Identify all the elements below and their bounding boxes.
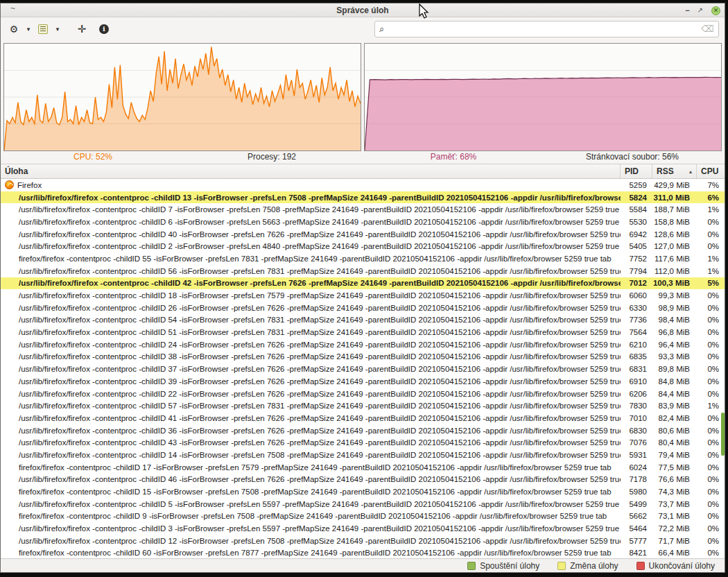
rss-cell: 429,9 MiB [652,181,697,189]
table-row[interactable]: /usr/lib/firefox/firefox -contentproc -c… [1,228,725,241]
cpu-cell: 1% [697,402,725,410]
rss-cell: 77,5 MiB [652,463,697,472]
legend-item: Spouštění úlohy [467,561,539,571]
table-row[interactable]: firefox/firefox -contentproc -childID 17… [1,461,725,474]
pid-cell: 5662 [621,512,652,520]
column-header-pid[interactable]: PID [621,164,652,178]
pid-cell: 6024 [621,463,652,472]
task-command-text: /usr/lib/firefox/firefox -contentproc -c… [19,205,621,214]
table-row[interactable]: /usr/lib/firefox/firefox -contentproc -c… [1,375,725,388]
search-box[interactable]: ⌕ ⌫ [374,21,719,37]
pid-cell: 7010 [621,414,652,422]
table-row[interactable]: firefox/firefox -contentproc -childID 55… [1,252,725,265]
table-row[interactable]: /usr/lib/firefox/firefox -contentproc -c… [1,424,725,437]
table-row[interactable]: /usr/lib/firefox/firefox -contentproc -c… [1,522,725,535]
table-row[interactable]: /usr/lib/firefox/firefox -contentproc -c… [1,412,725,424]
rss-header-label: RSS [657,166,674,176]
cpu-cell: 0% [697,512,725,520]
task-command-text: /usr/lib/firefox/firefox -contentproc -c… [19,390,621,398]
task-cell: /usr/lib/firefox/firefox -contentproc -c… [1,352,621,361]
info-icon: i [99,24,109,34]
table-row[interactable]: /usr/lib/firefox/firefox -contentproc -c… [1,338,725,351]
legend-label: Změna úlohy [570,561,618,571]
pid-cell: 5777 [621,537,652,545]
task-cell: firefox/firefox -contentproc -childID 55… [1,255,621,263]
window-menu-icon[interactable]: ~ [10,3,15,13]
table-row[interactable]: Firefox5259429,9 MiB7% [1,179,725,191]
table-row[interactable]: /usr/lib/firefox/firefox -contentproc -c… [1,240,725,252]
clear-search-icon[interactable]: ⌫ [702,24,714,34]
column-header-rss[interactable]: RSS ▴ [652,164,697,178]
task-cell: Firefox [1,180,621,189]
table-row[interactable]: firefox/firefox -contentproc -childID 60… [1,547,725,558]
table-row[interactable]: /usr/lib/firefox/firefox -contentproc -c… [1,363,725,375]
task-cell: /usr/lib/firefox/firefox -contentproc -c… [1,427,621,435]
task-cell: /usr/lib/firefox/firefox -contentproc -c… [1,537,621,545]
move-icon[interactable]: ✛ [74,21,89,37]
table-row[interactable]: /usr/lib/firefox/firefox -contentproc -c… [1,449,725,461]
cpu-cell: 0% [697,414,725,422]
gear-icon[interactable]: ⚙ [6,21,21,37]
task-cell: firefox/firefox -contentproc -childID 17… [1,463,621,472]
vertical-scrollbar[interactable] [721,180,725,558]
table-row[interactable]: /usr/lib/firefox/firefox -contentproc -c… [1,265,725,277]
table-row[interactable]: firefox/firefox -contentproc -childID 9 … [1,510,725,523]
task-cell: /usr/lib/firefox/firefox -contentproc -c… [1,304,621,312]
table-row[interactable]: /usr/lib/firefox/firefox -contentproc -c… [1,289,725,302]
task-command-text: /usr/lib/firefox/firefox -contentproc -c… [19,500,621,508]
table-row[interactable]: /usr/lib/firefox/firefox -contentproc -c… [1,351,725,363]
gear-dropdown-icon[interactable]: ▾ [23,21,34,37]
search-input[interactable] [388,24,697,34]
legend-swatch-icon [467,562,476,570]
rss-cell: 188,7 MiB [652,205,697,214]
process-table: Úloha PID RSS ▴ CPU Firefox5259429,9 MiB… [1,164,725,558]
cpu-cell: 0% [697,352,725,361]
table-row[interactable]: /usr/lib/firefox/firefox -contentproc -c… [1,498,725,510]
legend-label: Spouštění úlohy [480,561,539,571]
info-button[interactable]: i [96,21,112,37]
table-row[interactable]: /usr/lib/firefox/firefox -contentproc -c… [1,203,725,216]
table-row[interactable]: /usr/lib/firefox/firefox -contentproc -c… [1,216,725,228]
maximize-button[interactable]: ↗ [697,7,703,14]
pid-cell: 7178 [621,475,652,483]
table-row[interactable]: /usr/lib/firefox/firefox -contentproc -c… [1,277,725,290]
table-row[interactable]: /usr/lib/firefox/firefox -contentproc -c… [1,399,725,412]
cpu-cell: 1% [697,205,725,214]
table-row[interactable]: /usr/lib/firefox/firefox -contentproc -c… [1,326,725,338]
table-row[interactable]: /usr/lib/firefox/firefox -contentproc -c… [1,314,725,327]
pid-cell: 5584 [621,205,652,214]
task-cell: /usr/lib/firefox/firefox -contentproc -c… [1,242,621,250]
pid-cell: 7564 [621,328,652,336]
close-button[interactable]: ✕ [711,6,720,15]
cpu-cell: 0% [697,230,725,239]
task-cell: /usr/lib/firefox/firefox -contentproc -c… [1,390,621,398]
table-row[interactable]: /usr/lib/firefox/firefox -contentproc -c… [1,436,725,449]
cpu-cell: 0% [697,463,725,472]
task-command-text: /usr/lib/firefox/firefox -contentproc -c… [19,365,621,373]
cpu-cell: 0% [697,549,725,557]
table-row[interactable]: /usr/lib/firefox/firefox -contentproc -c… [1,474,725,486]
process-view-icon [38,24,48,34]
table-header: Úloha PID RSS ▴ CPU [1,164,725,179]
column-header-cpu[interactable]: CPU [697,164,725,178]
table-row[interactable]: firefox/firefox -contentproc -childID 15… [1,485,725,498]
table-row[interactable]: /usr/lib/firefox/firefox -contentproc -c… [1,191,725,204]
view-dropdown-icon[interactable]: ▾ [52,21,63,37]
column-header-task[interactable]: Úloha [1,164,621,178]
firefox-icon [5,180,14,189]
table-row[interactable]: /usr/lib/firefox/firefox -contentproc -c… [1,302,725,314]
pid-cell: 7012 [621,279,652,287]
minimize-button[interactable]: − [685,7,688,15]
table-row[interactable]: /usr/lib/firefox/firefox -contentproc -c… [1,388,725,400]
view-toggle-button[interactable] [35,21,51,37]
titlebar[interactable]: ~ Správce úloh − ↗ ✕ [1,3,725,17]
rss-cell: 89,8 MiB [652,365,697,373]
task-command-text: firefox/firefox -contentproc -childID 9 … [19,512,607,520]
memory-usage-label: Paměť: 68% [364,152,543,162]
task-command-text: /usr/lib/firefox/firefox -contentproc -c… [19,352,621,361]
rss-cell: 99,3 MiB [652,291,697,300]
rss-cell: 71,7 MiB [652,537,697,545]
rss-cell: 93,3 MiB [652,352,697,361]
table-row[interactable]: /usr/lib/firefox/firefox -contentproc -c… [1,535,725,547]
scrollbar-thumb[interactable] [721,413,725,456]
